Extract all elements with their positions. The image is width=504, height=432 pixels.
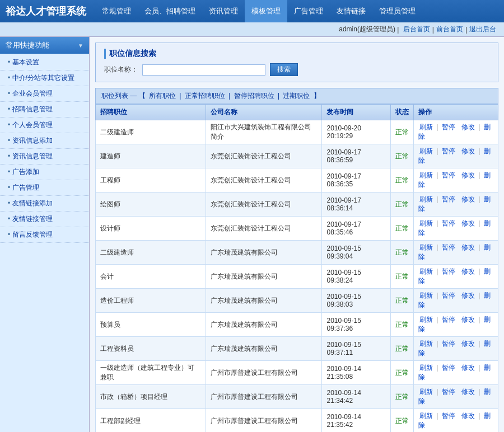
- sidebar-item-11[interactable]: 留言反馈管理: [0, 227, 89, 243]
- table-row: 一级建造师（建筑工程专业）可兼职广州市厚普建设工程有限公司2010-09-14 …: [96, 361, 498, 385]
- filter-expired[interactable]: 过期职位: [283, 92, 310, 100]
- action-refresh[interactable]: 刷新: [419, 316, 433, 323]
- cell-time: 2010-09-20 20:19:29: [322, 120, 391, 144]
- frontend-home-link[interactable]: 前台首页: [436, 25, 463, 34]
- action-pause[interactable]: 暂停: [442, 388, 455, 396]
- action-pause[interactable]: 暂停: [442, 171, 455, 179]
- action-edit[interactable]: 修改: [461, 364, 475, 372]
- cell-position: 绘图师: [96, 192, 206, 217]
- nav-item-0[interactable]: 常规管理: [95, 0, 138, 22]
- action-edit[interactable]: 修改: [461, 267, 475, 275]
- sidebar: 常用快捷功能 ▼ 基本设置 中介/分站等其它设置 企业会员管理 招聘信息管理 个…: [0, 37, 90, 432]
- action-edit[interactable]: 修改: [461, 388, 475, 396]
- sidebar-item-6[interactable]: 资讯信息管理: [0, 149, 89, 165]
- search-button[interactable]: 搜索: [270, 63, 298, 76]
- action-edit[interactable]: 修改: [461, 171, 475, 179]
- top-bar: admin(超级管理员) | 后台首页 | 前台首页 | 退出后台: [0, 22, 504, 37]
- cell-actions: 刷新｜暂停 修改｜删除: [414, 168, 498, 192]
- action-pause[interactable]: 暂停: [442, 316, 455, 323]
- action-pause[interactable]: 暂停: [442, 267, 455, 275]
- filter-all[interactable]: 所有职位: [149, 92, 176, 100]
- action-refresh[interactable]: 刷新: [419, 364, 433, 372]
- cell-position: 工程部副经理: [96, 409, 206, 433]
- action-pause[interactable]: 暂停: [442, 364, 455, 372]
- action-edit[interactable]: 修改: [461, 123, 475, 131]
- action-pause[interactable]: 暂停: [442, 219, 455, 227]
- action-edit[interactable]: 修改: [461, 243, 475, 251]
- nav-item-1[interactable]: 会员、招聘管理: [138, 0, 202, 22]
- sidebar-item-3[interactable]: 招聘信息管理: [0, 102, 89, 118]
- cell-actions: 刷新｜暂停 修改｜删除: [414, 409, 498, 433]
- action-refresh[interactable]: 刷新: [419, 123, 433, 131]
- table-row: 绘图师东莞创汇装饰设计工程公司2010-09-17 08:36:14正常刷新｜暂…: [96, 192, 498, 217]
- action-pause[interactable]: 暂停: [442, 292, 455, 299]
- action-pause[interactable]: 暂停: [442, 340, 455, 348]
- action-refresh[interactable]: 刷新: [419, 195, 433, 203]
- sidebar-item-10[interactable]: 友情链接管理: [0, 212, 89, 227]
- col-company: 公司名称: [206, 105, 322, 120]
- logout-link[interactable]: 退出后台: [469, 25, 496, 34]
- col-actions: 操作: [414, 105, 498, 120]
- cell-actions: 刷新｜暂停 修改｜删除: [414, 313, 498, 337]
- cell-status: 正常: [391, 217, 414, 241]
- search-row: 职位名称： 搜索: [104, 63, 489, 76]
- nav-item-2[interactable]: 资讯管理: [202, 0, 245, 22]
- action-edit[interactable]: 修改: [461, 147, 475, 155]
- sidebar-item-9[interactable]: 友情链接添加: [0, 196, 89, 212]
- action-edit[interactable]: 修改: [461, 340, 475, 348]
- site-title: 裕达人才管理系统: [6, 4, 95, 18]
- search-box: 职位信息搜索 职位名称： 搜索: [95, 43, 498, 82]
- sidebar-item-0[interactable]: 基本设置: [0, 55, 89, 71]
- action-edit[interactable]: 修改: [461, 292, 475, 299]
- main-content: 职位信息搜索 职位名称： 搜索 职位列表 — 【 所有职位 | 正常招聘职位 |…: [90, 37, 504, 432]
- action-refresh[interactable]: 刷新: [419, 412, 433, 420]
- sidebar-item-4[interactable]: 个人会员管理: [0, 118, 89, 133]
- cell-status: 正常: [391, 265, 414, 289]
- action-refresh[interactable]: 刷新: [419, 340, 433, 348]
- nav-item-6[interactable]: 管理员管理: [372, 0, 422, 22]
- col-time: 发布时间: [322, 105, 391, 120]
- action-refresh[interactable]: 刷新: [419, 292, 433, 299]
- action-edit[interactable]: 修改: [461, 195, 475, 203]
- action-edit[interactable]: 修改: [461, 316, 475, 323]
- action-refresh[interactable]: 刷新: [419, 243, 433, 251]
- action-pause[interactable]: 暂停: [442, 243, 455, 251]
- action-refresh[interactable]: 刷新: [419, 147, 433, 155]
- table-row: 工程师东莞创汇装饰设计工程公司2010-09-17 08:36:35正常刷新｜暂…: [96, 168, 498, 192]
- cell-status: 正常: [391, 144, 414, 168]
- action-refresh[interactable]: 刷新: [419, 171, 433, 179]
- cell-actions: 刷新｜暂停 修改｜删除: [414, 289, 498, 313]
- nav-item-4[interactable]: 广告管理: [287, 0, 330, 22]
- table-row: 工程资料员广东瑞茂建筑有限公司2010-09-15 09:37:11正常刷新｜暂…: [96, 337, 498, 361]
- cell-company: 广东瑞茂建筑有限公司: [206, 265, 322, 289]
- table-header-row: 招聘职位 公司名称 发布时间 状态 操作: [96, 105, 498, 120]
- filter-normal[interactable]: 正常招聘职位: [185, 92, 225, 100]
- cell-status: 正常: [391, 192, 414, 217]
- filter-paused[interactable]: 暂停招聘职位: [234, 92, 274, 100]
- sidebar-item-1[interactable]: 中介/分站等其它设置: [0, 71, 89, 86]
- action-pause[interactable]: 暂停: [442, 123, 455, 131]
- nav-item-3[interactable]: 模板管理: [245, 0, 287, 22]
- sidebar-arrow-icon: ▼: [78, 43, 83, 49]
- action-edit[interactable]: 修改: [461, 412, 475, 420]
- backend-home-link[interactable]: 后台首页: [403, 25, 430, 34]
- action-pause[interactable]: 暂停: [442, 147, 455, 155]
- action-refresh[interactable]: 刷新: [419, 388, 433, 396]
- sidebar-item-8[interactable]: 广告管理: [0, 180, 89, 196]
- cell-status: 正常: [391, 313, 414, 337]
- cell-time: 2010-09-15 09:39:04: [322, 241, 391, 265]
- action-edit[interactable]: 修改: [461, 219, 475, 227]
- action-pause[interactable]: 暂停: [442, 195, 455, 203]
- cell-time: 2010-09-15 09:37:36: [322, 313, 391, 337]
- action-refresh[interactable]: 刷新: [419, 267, 433, 275]
- action-refresh[interactable]: 刷新: [419, 219, 433, 227]
- cell-company: 广东瑞茂建筑有限公司: [206, 289, 322, 313]
- header: 裕达人才管理系统 常规管理 会员、招聘管理 资讯管理 模板管理 广告管理 友情链…: [0, 0, 504, 22]
- sidebar-item-5[interactable]: 资讯信息添加: [0, 133, 89, 149]
- action-pause[interactable]: 暂停: [442, 412, 455, 420]
- search-input[interactable]: [142, 64, 265, 76]
- nav-item-5[interactable]: 友情链接: [330, 0, 372, 22]
- sidebar-section: 基本设置 中介/分站等其它设置 企业会员管理 招聘信息管理 个人会员管理 资讯信…: [0, 54, 89, 244]
- sidebar-item-2[interactable]: 企业会员管理: [0, 86, 89, 102]
- sidebar-item-7[interactable]: 广告添加: [0, 165, 89, 180]
